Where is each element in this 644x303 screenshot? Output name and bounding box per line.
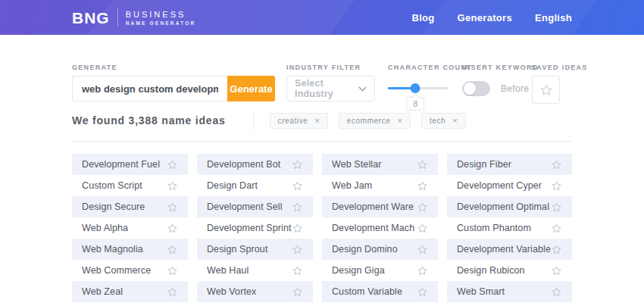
star-icon[interactable]	[551, 180, 562, 192]
results-column: Web Stellar Web Jam Development Ware Dev…	[322, 154, 438, 302]
star-icon[interactable]	[292, 265, 303, 276]
remove-chip-icon[interactable]: ×	[452, 117, 457, 125]
star-icon[interactable]	[167, 244, 178, 255]
name-result-item[interactable]: Design Rubicon	[447, 260, 572, 281]
insert-keyword-toggle[interactable]	[462, 81, 490, 96]
results-column: Design Fiber Development Cyper Developme…	[447, 154, 572, 302]
industry-select[interactable]: Select Industry	[286, 76, 375, 102]
name-result-item[interactable]: Custom Variable	[322, 281, 438, 302]
character-count-label: CHARACTER COUNT	[388, 64, 472, 71]
name-result-item[interactable]: Web Smart	[447, 281, 572, 302]
name-result-item[interactable]: Design Fiber	[447, 154, 572, 175]
name-result-item[interactable]: Design Dart	[197, 175, 313, 196]
chevron-down-icon	[358, 86, 367, 92]
star-icon[interactable]	[292, 244, 303, 255]
star-icon[interactable]	[167, 180, 178, 192]
name-result-item[interactable]: Web Magnolia	[72, 239, 188, 260]
star-icon[interactable]	[551, 223, 562, 234]
remove-chip-icon[interactable]: ×	[314, 117, 319, 125]
generate-button[interactable]: Generate	[227, 76, 275, 102]
name-result-item[interactable]: Custom Script	[72, 175, 188, 196]
star-icon[interactable]	[417, 201, 428, 213]
chip-creative[interactable]: creative ×	[270, 113, 328, 129]
nav-generators[interactable]: Generators	[458, 12, 512, 23]
name-result-item[interactable]: Web Haul	[197, 260, 313, 281]
keyword-input[interactable]	[72, 76, 227, 102]
star-icon[interactable]	[292, 159, 303, 170]
name-result-label: Development Mach	[332, 223, 414, 233]
name-result-item[interactable]: Development Mach	[322, 217, 438, 239]
name-result-label: Development Optimal	[457, 201, 549, 212]
name-result-item[interactable]: Development Sell	[197, 196, 313, 217]
name-result-item[interactable]: Web Vortex	[197, 281, 313, 302]
name-result-item[interactable]: Development Cyper	[447, 175, 572, 196]
results-summary: We found 3,388 name ideas	[72, 114, 226, 127]
star-icon[interactable]	[292, 201, 303, 213]
results-column: Development Bot Design Dart Development …	[197, 154, 313, 302]
star-icon[interactable]	[167, 286, 178, 298]
star-icon[interactable]	[417, 223, 428, 234]
name-result-label: Web Jam	[332, 180, 372, 191]
name-result-item[interactable]: Development Variable	[447, 239, 572, 260]
insert-keyword-control: Before	[462, 76, 529, 102]
star-icon[interactable]	[167, 201, 178, 213]
name-result-item[interactable]: Web Commerce	[72, 260, 188, 281]
star-icon[interactable]	[551, 244, 562, 255]
star-icon[interactable]	[292, 286, 303, 298]
slider-handle[interactable]	[411, 83, 420, 93]
name-result-label: Development Bot	[207, 159, 280, 170]
name-result-label: Development Ware	[332, 201, 414, 212]
star-icon	[539, 83, 553, 97]
logo-business-text: BUSINESS	[126, 10, 196, 19]
section-divider	[72, 141, 572, 142]
name-result-item[interactable]: Web Stellar	[322, 154, 438, 175]
star-icon[interactable]	[551, 265, 562, 276]
star-icon[interactable]	[417, 159, 428, 170]
toggle-state-label: Before	[501, 83, 529, 94]
star-icon[interactable]	[417, 265, 428, 276]
star-icon[interactable]	[417, 286, 428, 298]
saved-ideas-button[interactable]	[532, 76, 560, 104]
nav-blog[interactable]: Blog	[411, 12, 434, 23]
results-grid: Development Fuel Custom Script Design Se…	[72, 154, 572, 302]
star-icon[interactable]	[167, 265, 178, 276]
chip-tech[interactable]: tech ×	[421, 113, 466, 129]
name-result-label: Web Magnolia	[82, 244, 143, 255]
name-result-label: Web Haul	[207, 265, 249, 276]
star-icon[interactable]	[417, 244, 428, 255]
name-result-item[interactable]: Web Jam	[322, 175, 438, 196]
nav-english[interactable]: English	[535, 12, 572, 23]
chip-ecommerce[interactable]: ecommerce ×	[339, 113, 411, 129]
star-icon[interactable]	[292, 223, 303, 234]
name-result-item[interactable]: Design Giga	[322, 260, 438, 281]
name-result-item[interactable]: Development Bot	[197, 154, 313, 175]
star-icon[interactable]	[292, 180, 303, 192]
industry-filter-label: INDUSTRY FILTER	[286, 64, 361, 71]
name-result-item[interactable]: Web Zeal	[72, 281, 188, 302]
name-result-item[interactable]: Web Alpha	[72, 217, 188, 239]
name-result-item[interactable]: Design Domino	[322, 239, 438, 260]
star-icon[interactable]	[417, 180, 428, 192]
name-result-item[interactable]: Custom Phantom	[447, 217, 572, 239]
saved-ideas-label: SAVED IDEAS	[531, 64, 588, 71]
name-result-item[interactable]: Design Sprout	[197, 239, 313, 260]
remove-chip-icon[interactable]: ×	[398, 117, 402, 125]
star-icon[interactable]	[551, 159, 562, 170]
star-icon[interactable]	[167, 159, 178, 170]
industry-select-value: Select Industry	[295, 78, 358, 99]
name-result-item[interactable]: Development Sprint	[197, 217, 313, 239]
name-result-item[interactable]: Development Fuel	[72, 154, 188, 175]
name-result-item[interactable]: Development Ware	[322, 196, 438, 217]
star-icon[interactable]	[551, 286, 562, 298]
generate-control: Generate	[72, 76, 275, 102]
name-result-label: Design Fiber	[457, 159, 511, 170]
star-icon[interactable]	[167, 223, 178, 234]
results-summary-row: We found 3,388 name ideas creative × eco…	[72, 111, 572, 130]
name-result-item[interactable]: Design Secure	[72, 196, 188, 217]
star-icon[interactable]	[551, 201, 562, 213]
logo[interactable]: BNG BUSINESS NAME GENERATOR	[72, 8, 195, 27]
name-result-item[interactable]: Development Optimal	[447, 196, 572, 217]
name-result-label: Custom Variable	[332, 286, 402, 297]
slider-track[interactable]	[388, 87, 448, 89]
toggle-knob	[464, 83, 476, 95]
